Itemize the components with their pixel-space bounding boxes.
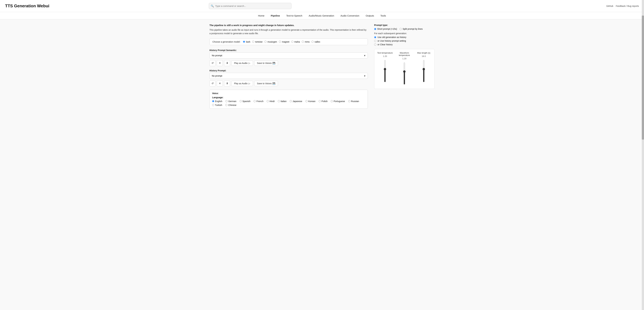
prompt-split-radio[interactable] <box>400 28 402 30</box>
waveform-temp-title: Waveform temperature <box>396 52 412 56</box>
prompt-type-section: Prompt type: Short prompt (<15s) Split p… <box>374 24 434 46</box>
nav-tts[interactable]: Text-to-Speech <box>286 14 302 17</box>
subsequent-clear-history-radio[interactable] <box>374 44 376 46</box>
model-bark-radio[interactable] <box>243 41 245 43</box>
lang-english-radio[interactable] <box>212 100 214 102</box>
model-musicgen-label: musicgen <box>268 40 277 43</box>
history-prompt-select[interactable]: No prompt <box>210 73 368 79</box>
lang-german-radio[interactable] <box>226 100 228 102</box>
lang-chinese[interactable]: Chinese <box>225 104 236 106</box>
lang-korean-radio[interactable] <box>306 100 308 102</box>
refresh-btn-2[interactable]: ↺ <box>210 80 216 86</box>
model-mms-radio[interactable] <box>302 41 304 43</box>
lang-russian-radio[interactable] <box>348 100 350 102</box>
lang-polish-radio[interactable] <box>319 100 321 102</box>
play-audio-btn-2[interactable]: Play as Audio ▷ <box>231 81 253 86</box>
lang-spanish[interactable]: Spanish <box>240 100 250 102</box>
model-maha[interactable]: maha <box>291 40 300 43</box>
lang-chinese-label: Chinese <box>228 104 236 106</box>
lang-korean[interactable]: Korean <box>306 100 316 102</box>
play-audio-btn-1[interactable]: Play as Audio ▷ <box>231 60 253 66</box>
lang-hindi-radio[interactable] <box>267 100 269 102</box>
model-magnet-label: magnet <box>282 40 290 43</box>
lang-hindi[interactable]: Hindi <box>267 100 274 102</box>
lang-portuguese[interactable]: Portuguese <box>331 100 345 102</box>
lang-german[interactable]: German <box>226 100 236 102</box>
save-voices-label-2: Save to Voices <box>257 82 272 85</box>
save-voices-label-1: Save to Voices <box>257 62 272 64</box>
lang-english[interactable]: English <box>212 100 222 102</box>
lang-japanese-label: Japanese <box>292 100 302 102</box>
save-voices-btn-2[interactable]: Save to Voices 💾 <box>254 81 278 86</box>
header: TTS Generation Webui 🔍 GitHub Feedback /… <box>0 0 644 12</box>
lang-portuguese-radio[interactable] <box>331 100 333 102</box>
lang-polish[interactable]: Polish <box>319 100 328 102</box>
nav-audio-music[interactable]: Audio/Music Generation <box>309 14 334 17</box>
download-btn-1[interactable]: ⬇ <box>224 60 230 66</box>
scrollbar-thumb[interactable] <box>642 16 644 113</box>
voice-box: Voice: Language: English German Spanish <box>210 90 368 109</box>
feedback-link[interactable]: Feedback / Bug reports <box>616 5 639 7</box>
model-musicgen[interactable]: musicgen <box>264 40 277 43</box>
github-link[interactable]: GitHub <box>606 5 613 7</box>
app-title: TTS Generation Webui <box>5 4 49 8</box>
model-vallex-radio[interactable] <box>312 41 314 43</box>
subsequent-old-gen-radio[interactable] <box>374 36 376 38</box>
waveform-temp-slider[interactable] <box>402 62 406 84</box>
clear-btn-2[interactable]: ✕ <box>217 80 223 86</box>
scrollbar[interactable] <box>642 0 644 113</box>
lang-italian[interactable]: Italian <box>278 100 286 102</box>
text-temp-slider[interactable] <box>383 60 387 82</box>
model-mms[interactable]: mms <box>302 40 310 43</box>
subsequent-clear-history-label: or Clear history <box>378 43 392 46</box>
refresh-btn-1[interactable]: ↺ <box>210 60 216 66</box>
save-voices-btn-1[interactable]: Save to Voices 💾 <box>254 60 278 66</box>
model-musicgen-radio[interactable] <box>264 41 266 43</box>
prompt-type-title: Prompt type: <box>374 24 434 26</box>
lang-japanese[interactable]: Japanese <box>290 100 302 102</box>
subsequent-old-gen[interactable]: Use old generation as history <box>374 36 434 38</box>
lang-russian[interactable]: Russian <box>348 100 359 102</box>
lang-german-label: German <box>228 100 236 102</box>
model-tortoise-radio[interactable] <box>252 41 254 43</box>
prompt-short[interactable]: Short prompt (<15s) <box>374 28 397 30</box>
lang-japanese-radio[interactable] <box>290 100 292 102</box>
nav-pipeline[interactable]: Pipeline <box>271 14 280 17</box>
notice-text: This pipeline takes an audio file as inp… <box>210 28 368 35</box>
subsequent-history-prompt-radio[interactable] <box>374 40 376 42</box>
text-temp-col: Text temperature 1.20 <box>377 52 393 86</box>
lang-french[interactable]: French <box>254 100 264 102</box>
model-tortoise[interactable]: tortoise <box>252 40 262 43</box>
lang-spanish-radio[interactable] <box>240 100 242 102</box>
lang-chinese-radio[interactable] <box>225 104 228 106</box>
model-magnet[interactable]: magnet <box>279 40 290 43</box>
language-radio-grid: English German Spanish French Hindi <box>212 100 365 106</box>
subsequent-clear-history[interactable]: or Clear history <box>374 43 434 46</box>
prompt-split[interactable]: Split prompt by lines <box>400 28 423 30</box>
clear-btn-1[interactable]: ✕ <box>217 60 223 66</box>
model-vallex-label: vallex <box>314 40 320 43</box>
model-vallex[interactable]: vallex <box>312 40 320 43</box>
model-magnet-radio[interactable] <box>279 41 281 43</box>
max-length-title: Max length (s) <box>417 52 430 54</box>
max-length-slider[interactable] <box>422 60 426 82</box>
waveform-temp-col: Waveform temperature 1.20 <box>396 52 412 86</box>
lang-turkish[interactable]: Turkish <box>212 104 222 106</box>
model-maha-radio[interactable] <box>291 41 294 43</box>
play-audio-label-1: Play as Audio <box>234 62 248 64</box>
history-prompt-semantic-select[interactable]: No prompt <box>210 52 368 58</box>
prompt-short-radio[interactable] <box>374 28 376 30</box>
nav-tools[interactable]: Tools <box>380 14 386 17</box>
download-btn-2[interactable]: ⬇ <box>224 80 230 86</box>
model-bark[interactable]: bark <box>243 40 250 43</box>
nav-audio-conversion[interactable]: Audio Conversion <box>340 14 359 17</box>
max-length-col: Max length (s) 18.0 <box>416 52 432 86</box>
nav-outputs[interactable]: Outputs <box>366 14 374 17</box>
lang-turkish-radio[interactable] <box>212 104 214 106</box>
subsequent-history-prompt[interactable]: or Use history prompt setting <box>374 40 434 42</box>
lang-french-radio[interactable] <box>254 100 256 102</box>
lang-italian-radio[interactable] <box>278 100 280 102</box>
play-audio-icon-2: ▷ <box>248 82 250 85</box>
search-input[interactable] <box>209 3 292 9</box>
nav-home[interactable]: Home <box>258 14 264 17</box>
